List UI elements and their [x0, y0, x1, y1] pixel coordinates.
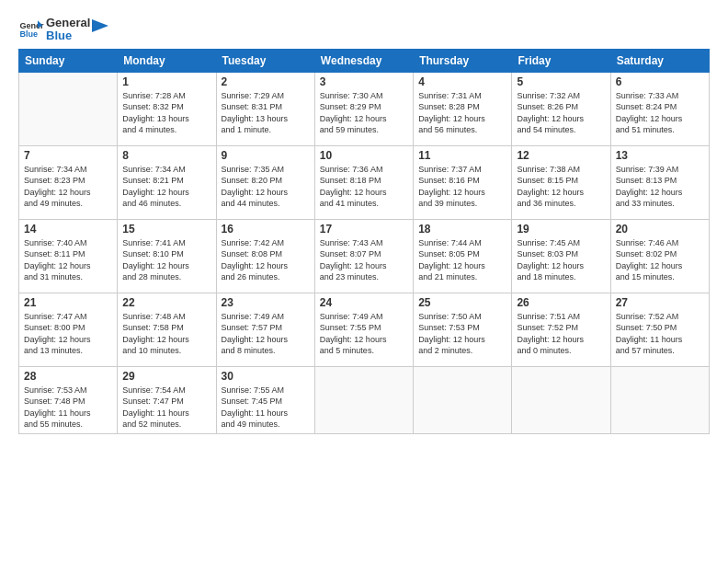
calendar-cell: 17Sunrise: 7:43 AM Sunset: 8:07 PM Dayli…: [314, 219, 413, 293]
day-info: Sunrise: 7:50 AM Sunset: 7:53 PM Dayligh…: [418, 311, 506, 357]
logo: General Blue General Blue: [18, 17, 108, 43]
day-info: Sunrise: 7:54 AM Sunset: 7:47 PM Dayligh…: [122, 385, 210, 431]
day-number: 14: [24, 223, 112, 236]
calendar-cell: 16Sunrise: 7:42 AM Sunset: 8:08 PM Dayli…: [216, 219, 314, 293]
col-header-monday: Monday: [118, 49, 216, 72]
calendar-cell: 26Sunrise: 7:51 AM Sunset: 7:52 PM Dayli…: [512, 293, 610, 366]
calendar-cell: 18Sunrise: 7:44 AM Sunset: 8:05 PM Dayli…: [414, 219, 512, 293]
calendar-cell: 5Sunrise: 7:32 AM Sunset: 8:26 PM Daylig…: [512, 72, 610, 145]
day-number: 16: [222, 223, 310, 236]
day-number: 5: [517, 75, 605, 88]
day-number: 11: [418, 149, 506, 162]
calendar-cell: 19Sunrise: 7:45 AM Sunset: 8:03 PM Dayli…: [512, 219, 610, 293]
day-info: Sunrise: 7:34 AM Sunset: 8:23 PM Dayligh…: [24, 164, 112, 210]
day-info: Sunrise: 7:35 AM Sunset: 8:20 PM Dayligh…: [222, 164, 310, 210]
day-number: 7: [24, 149, 112, 162]
calendar-cell: 20Sunrise: 7:46 AM Sunset: 8:02 PM Dayli…: [610, 219, 709, 293]
col-header-sunday: Sunday: [19, 49, 118, 72]
logo-arrow-icon: [92, 16, 108, 36]
day-info: Sunrise: 7:44 AM Sunset: 8:05 PM Dayligh…: [418, 237, 506, 283]
day-info: Sunrise: 7:34 AM Sunset: 8:21 PM Dayligh…: [122, 164, 210, 210]
day-number: 6: [616, 75, 704, 88]
day-info: Sunrise: 7:39 AM Sunset: 8:13 PM Dayligh…: [616, 164, 704, 210]
day-number: 8: [122, 149, 210, 162]
day-number: 13: [616, 149, 704, 162]
col-header-wednesday: Wednesday: [314, 49, 413, 72]
calendar-cell: 12Sunrise: 7:38 AM Sunset: 8:15 PM Dayli…: [512, 145, 610, 219]
day-info: Sunrise: 7:53 AM Sunset: 7:48 PM Dayligh…: [24, 385, 112, 431]
day-number: 19: [517, 223, 605, 236]
calendar-cell: 6Sunrise: 7:33 AM Sunset: 8:24 PM Daylig…: [610, 72, 709, 145]
day-info: Sunrise: 7:51 AM Sunset: 7:52 PM Dayligh…: [517, 311, 605, 357]
day-number: 24: [320, 296, 408, 309]
calendar-cell: [610, 366, 709, 433]
day-number: 30: [222, 370, 310, 383]
calendar-header-row: SundayMondayTuesdayWednesdayThursdayFrid…: [19, 49, 710, 72]
calendar-cell: 24Sunrise: 7:49 AM Sunset: 7:55 PM Dayli…: [314, 293, 413, 366]
calendar-table: SundayMondayTuesdayWednesdayThursdayFrid…: [18, 49, 710, 434]
calendar-cell: 21Sunrise: 7:47 AM Sunset: 8:00 PM Dayli…: [19, 293, 118, 366]
calendar-cell: 25Sunrise: 7:50 AM Sunset: 7:53 PM Dayli…: [414, 293, 512, 366]
calendar-cell: 14Sunrise: 7:40 AM Sunset: 8:11 PM Dayli…: [19, 219, 118, 293]
calendar-cell: 23Sunrise: 7:49 AM Sunset: 7:57 PM Dayli…: [216, 293, 314, 366]
day-number: 2: [222, 75, 310, 88]
day-number: 12: [517, 149, 605, 162]
calendar-cell: 29Sunrise: 7:54 AM Sunset: 7:47 PM Dayli…: [118, 366, 216, 433]
calendar-cell: 15Sunrise: 7:41 AM Sunset: 8:10 PM Dayli…: [118, 219, 216, 293]
logo-text-blue: Blue: [46, 29, 90, 42]
day-number: 25: [418, 296, 506, 309]
day-number: 9: [222, 149, 310, 162]
day-info: Sunrise: 7:37 AM Sunset: 8:16 PM Dayligh…: [418, 164, 506, 210]
day-number: 10: [320, 149, 408, 162]
calendar-cell: 22Sunrise: 7:48 AM Sunset: 7:58 PM Dayli…: [118, 293, 216, 366]
day-info: Sunrise: 7:30 AM Sunset: 8:29 PM Dayligh…: [320, 90, 408, 136]
day-number: 27: [616, 296, 704, 309]
logo-icon: General Blue: [18, 17, 44, 42]
calendar-cell: 8Sunrise: 7:34 AM Sunset: 8:21 PM Daylig…: [118, 145, 216, 219]
day-number: 4: [418, 75, 506, 88]
day-info: Sunrise: 7:32 AM Sunset: 8:26 PM Dayligh…: [517, 90, 605, 136]
day-info: Sunrise: 7:33 AM Sunset: 8:24 PM Dayligh…: [616, 90, 704, 136]
calendar-cell: 9Sunrise: 7:35 AM Sunset: 8:20 PM Daylig…: [216, 145, 314, 219]
col-header-friday: Friday: [512, 49, 610, 72]
day-number: 28: [24, 370, 112, 383]
day-info: Sunrise: 7:36 AM Sunset: 8:18 PM Dayligh…: [320, 164, 408, 210]
calendar-cell: [19, 72, 118, 145]
day-info: Sunrise: 7:38 AM Sunset: 8:15 PM Dayligh…: [517, 164, 605, 210]
calendar-cell: [414, 366, 512, 433]
calendar-cell: 2Sunrise: 7:29 AM Sunset: 8:31 PM Daylig…: [216, 72, 314, 145]
day-info: Sunrise: 7:52 AM Sunset: 7:50 PM Dayligh…: [616, 311, 704, 357]
calendar-cell: 4Sunrise: 7:31 AM Sunset: 8:28 PM Daylig…: [414, 72, 512, 145]
col-header-thursday: Thursday: [414, 49, 512, 72]
day-info: Sunrise: 7:29 AM Sunset: 8:31 PM Dayligh…: [222, 90, 310, 136]
day-info: Sunrise: 7:55 AM Sunset: 7:45 PM Dayligh…: [222, 385, 310, 431]
day-number: 26: [517, 296, 605, 309]
day-info: Sunrise: 7:43 AM Sunset: 8:07 PM Dayligh…: [320, 237, 408, 283]
day-info: Sunrise: 7:45 AM Sunset: 8:03 PM Dayligh…: [517, 237, 605, 283]
col-header-tuesday: Tuesday: [216, 49, 314, 72]
calendar-cell: 13Sunrise: 7:39 AM Sunset: 8:13 PM Dayli…: [610, 145, 709, 219]
day-number: 18: [418, 223, 506, 236]
day-number: 22: [122, 296, 210, 309]
calendar-cell: 28Sunrise: 7:53 AM Sunset: 7:48 PM Dayli…: [19, 366, 118, 433]
calendar-cell: [314, 366, 413, 433]
calendar-cell: 3Sunrise: 7:30 AM Sunset: 8:29 PM Daylig…: [314, 72, 413, 145]
day-number: 29: [122, 370, 210, 383]
col-header-saturday: Saturday: [610, 49, 709, 72]
day-info: Sunrise: 7:49 AM Sunset: 7:55 PM Dayligh…: [320, 311, 408, 357]
svg-text:Blue: Blue: [19, 30, 38, 40]
day-info: Sunrise: 7:49 AM Sunset: 7:57 PM Dayligh…: [222, 311, 310, 357]
day-info: Sunrise: 7:46 AM Sunset: 8:02 PM Dayligh…: [616, 237, 704, 283]
day-info: Sunrise: 7:31 AM Sunset: 8:28 PM Dayligh…: [418, 90, 506, 136]
calendar-cell: 30Sunrise: 7:55 AM Sunset: 7:45 PM Dayli…: [216, 366, 314, 433]
calendar-cell: [512, 366, 610, 433]
calendar-cell: 1Sunrise: 7:28 AM Sunset: 8:32 PM Daylig…: [118, 72, 216, 145]
day-number: 17: [320, 223, 408, 236]
day-number: 15: [122, 223, 210, 236]
day-info: Sunrise: 7:42 AM Sunset: 8:08 PM Dayligh…: [222, 237, 310, 283]
day-number: 1: [122, 75, 210, 88]
calendar-cell: 27Sunrise: 7:52 AM Sunset: 7:50 PM Dayli…: [610, 293, 709, 366]
day-info: Sunrise: 7:40 AM Sunset: 8:11 PM Dayligh…: [24, 237, 112, 283]
day-number: 3: [320, 75, 408, 88]
day-info: Sunrise: 7:48 AM Sunset: 7:58 PM Dayligh…: [122, 311, 210, 357]
